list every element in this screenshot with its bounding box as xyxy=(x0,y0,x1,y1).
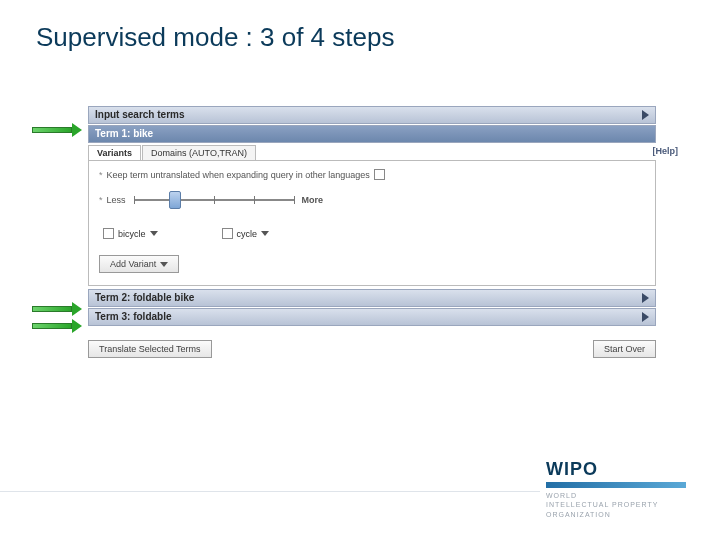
divider xyxy=(0,491,540,492)
keep-untranslated-label: Keep term untranslated when expanding qu… xyxy=(107,170,370,180)
term2-label: Term 2: foldable bike xyxy=(95,290,194,306)
start-over-button[interactable]: Start Over xyxy=(593,340,656,358)
add-variant-label: Add Variant xyxy=(110,259,156,269)
wipo-name: WIPO xyxy=(546,459,686,480)
term2-bar[interactable]: Term 2: foldable bike xyxy=(88,289,656,307)
pointer-arrow-term3 xyxy=(32,320,80,332)
variant-bicycle-checkbox[interactable] xyxy=(103,228,114,239)
variants-slider[interactable] xyxy=(134,190,294,210)
wipo-sub2: INTELLECTUAL PROPERTY xyxy=(546,500,686,510)
variant-cycle-label: cycle xyxy=(237,229,258,239)
variant-bicycle-label: bicycle xyxy=(118,229,146,239)
variants-list: bicycle cycle xyxy=(99,228,645,239)
variants-slider-row: * Less More xyxy=(99,190,645,210)
term1-label: Term 1: bike xyxy=(95,126,153,142)
input-search-terms-label: Input search terms xyxy=(95,107,184,123)
term3-bar[interactable]: Term 3: foldable xyxy=(88,308,656,326)
wipo-sub1: WORLD xyxy=(546,491,686,501)
translate-selected-button[interactable]: Translate Selected Terms xyxy=(88,340,212,358)
chevron-down-icon[interactable] xyxy=(261,231,269,236)
slider-less-label: Less xyxy=(107,195,126,205)
keep-untranslated-checkbox[interactable] xyxy=(374,169,385,180)
chevron-down-icon[interactable] xyxy=(150,231,158,236)
slider-more-label: More xyxy=(302,195,324,205)
tabs-row: Variants Domains (AUTO,TRAN) [Help] xyxy=(88,145,656,160)
chevron-right-icon xyxy=(642,293,649,303)
variant-cycle-checkbox[interactable] xyxy=(222,228,233,239)
required-star-icon: * xyxy=(99,195,103,205)
variants-content: * Keep term untranslated when expanding … xyxy=(88,160,656,286)
chevron-right-icon xyxy=(642,312,649,322)
pointer-arrow-term2 xyxy=(32,303,80,315)
variant-bicycle: bicycle xyxy=(99,228,158,239)
chevron-right-icon xyxy=(642,110,649,120)
footer-actions: Translate Selected Terms Start Over xyxy=(88,340,656,358)
keep-untranslated-row: * Keep term untranslated when expanding … xyxy=(99,169,645,180)
page-title: Supervised mode : 3 of 4 steps xyxy=(36,22,394,53)
pointer-arrow-term1 xyxy=(32,124,80,136)
wipo-bar-icon xyxy=(546,482,686,488)
input-search-terms-bar[interactable]: Input search terms xyxy=(88,106,656,124)
chevron-down-icon xyxy=(160,262,168,267)
tab-variants[interactable]: Variants xyxy=(88,145,141,160)
required-star-icon: * xyxy=(99,170,103,180)
main-panel: Input search terms Term 1: bike Variants… xyxy=(88,106,656,358)
wipo-logo: WIPO WORLD INTELLECTUAL PROPERTY ORGANIZ… xyxy=(546,459,686,520)
variant-cycle: cycle xyxy=(218,228,270,239)
add-variant-button[interactable]: Add Variant xyxy=(99,255,179,273)
term1-bar[interactable]: Term 1: bike xyxy=(88,125,656,143)
tab-domains[interactable]: Domains (AUTO,TRAN) xyxy=(142,145,256,160)
wipo-sub3: ORGANIZATION xyxy=(546,510,686,520)
term3-label: Term 3: foldable xyxy=(95,309,172,325)
help-link[interactable]: [Help] xyxy=(653,146,679,156)
